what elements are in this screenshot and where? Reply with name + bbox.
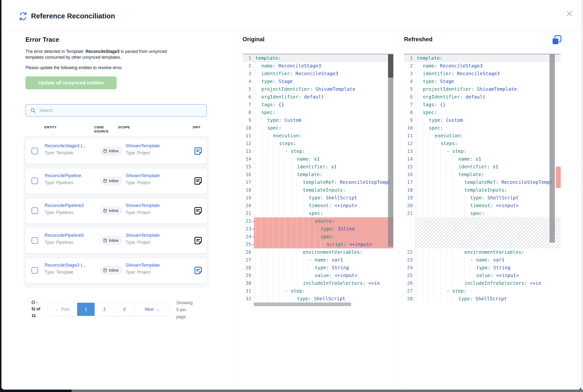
code-text: steps:: [254, 140, 393, 148]
row-checkbox[interactable]: [31, 237, 38, 244]
row-checkbox[interactable]: [31, 178, 38, 184]
page-horizontal-scrollbar[interactable]: [71, 390, 583, 392]
code-text: - name: var1: [254, 256, 393, 264]
code-text: name: ReconcileStage3: [254, 62, 393, 70]
code-text: spec:: [415, 124, 561, 132]
entity-link[interactable]: ReconcileStage3 (...: [45, 262, 86, 268]
entity-link[interactable]: ReconcilePipeline5: [45, 233, 84, 238]
arrow-left-icon: ←: [54, 307, 59, 312]
code-line: 5projectIdentifier: ShivamTemplate: [242, 86, 393, 93]
next-page-button[interactable]: Next→: [134, 303, 170, 316]
code-text: tags: {}: [415, 101, 561, 109]
inline-store-icon: [103, 268, 107, 272]
page-button-2[interactable]: 2: [95, 303, 114, 316]
code-text: templateInputs:: [254, 186, 393, 194]
column-header-entity: ENTITY: [44, 125, 56, 129]
code-text: value: <+input>: [254, 272, 393, 280]
prev-page-button[interactable]: ←Prev: [48, 303, 77, 316]
refreshed-scrollbar-track[interactable]: [550, 54, 555, 242]
line-number: 17: [404, 178, 415, 186]
entity-row: ReconcileStage3 (... Type: Template Inli…: [25, 139, 207, 164]
line-number: 7: [242, 101, 254, 109]
row-checkbox[interactable]: [31, 208, 38, 214]
copy-icon[interactable]: [552, 35, 562, 46]
code-text: environmentVariables:: [254, 248, 393, 256]
line-number: 9: [242, 116, 254, 124]
line-number: 13: [404, 148, 415, 155]
original-scrollbar-thumb[interactable]: [388, 54, 393, 78]
code-text: spec:: [415, 109, 561, 116]
code-line: 13- step:: [404, 148, 561, 155]
code-text: environmentVariables:: [415, 248, 561, 256]
line-number: 3: [404, 70, 415, 78]
entity-type-label: Type: Pipelines: [45, 210, 73, 215]
code-line: 17templateRef: ReconcileStepTempl: [242, 178, 393, 186]
code-line: 9type: Custom: [404, 116, 561, 124]
line-number: 4: [404, 78, 415, 86]
code-text: type: Stage: [415, 78, 561, 86]
code-text: type: ShellScript: [254, 295, 393, 302]
code-source-label: Inline: [109, 149, 118, 153]
line-number: 21: [404, 210, 415, 217]
code-text: - step:: [254, 148, 393, 155]
entity-link[interactable]: ReconcilePipeline: [45, 173, 81, 178]
row-checkbox[interactable]: [31, 148, 38, 154]
page-button-3[interactable]: 3: [114, 303, 134, 316]
code-line: 25value: <+input>: [404, 272, 561, 280]
row-checkbox[interactable]: [31, 267, 38, 274]
diff-document-icon[interactable]: [194, 266, 202, 275]
scope-link[interactable]: ShivamTemplate: [126, 173, 160, 178]
page-button-1-active[interactable]: 1: [77, 303, 95, 316]
code-source-badge: Inline: [100, 236, 122, 245]
original-code-editor[interactable]: 1template:2name: ReconcileStage33identif…: [242, 54, 393, 302]
line-number: 30: [242, 280, 254, 287]
line-number: 22: [242, 217, 254, 225]
line-number: 5: [404, 86, 415, 93]
original-scrollbar-track[interactable]: [388, 78, 393, 247]
showing-line: 5 per: [176, 306, 203, 314]
code-source-label: Inline: [109, 238, 118, 243]
code-line: 1template:: [242, 54, 393, 62]
scope-link[interactable]: ShivamTemplate: [126, 233, 160, 238]
search-input[interactable]: [36, 104, 207, 116]
diff-document-icon[interactable]: [194, 236, 202, 245]
code-text: type: ShellScript: [415, 295, 561, 302]
line-number: 19: [404, 194, 415, 202]
code-text: - step:: [415, 148, 561, 155]
line-number: 10: [404, 124, 415, 132]
arrow-right-icon: →: [156, 307, 160, 312]
refreshed-code-panel[interactable]: 1template:2name: ReconcileStage33identif…: [404, 54, 561, 306]
scope-link[interactable]: ShivamTemplate: [126, 262, 160, 268]
close-icon: [566, 10, 573, 17]
code-line: 9type: Custom: [242, 116, 393, 124]
line-number: 18: [242, 186, 254, 194]
reference-reconciliation-dialog: Reference Reconciliation Error Trace The…: [1, 0, 581, 390]
entity-type-label: Type: Pipelines: [45, 240, 73, 245]
code-line: 4type: Stage: [404, 78, 561, 86]
code-line: 8spec:: [404, 109, 561, 116]
entity-row: ReconcilePipeline Type: Pipelines Inline…: [25, 168, 207, 194]
scope-link[interactable]: ShivamTemplate: [126, 203, 160, 208]
code-text: tags: {}: [254, 101, 393, 109]
update-all-unsynced-entities-button[interactable]: Update all unsynced entities: [25, 76, 117, 89]
diff-document-icon[interactable]: [194, 176, 202, 185]
diff-document-icon[interactable]: [194, 206, 202, 215]
code-text: execution:: [415, 132, 561, 140]
entity-link[interactable]: ReconcileStage3 (...: [45, 143, 86, 148]
error-trace-heading: Error Trace: [25, 36, 59, 44]
close-button[interactable]: [563, 7, 576, 20]
code-line: 17templateRef: ReconcileStepTempl: [404, 178, 561, 186]
next-label: Next: [144, 307, 153, 312]
line-number: 14: [242, 155, 254, 163]
code-text: type: String: [415, 264, 561, 272]
line-number: 8: [404, 109, 415, 116]
refreshed-diff-overview-marker: [556, 167, 561, 188]
original-code-panel[interactable]: 1template:2name: ReconcileStage33identif…: [242, 54, 393, 306]
entity-row: ReconcilePipeline2 Type: Pipelines Inlin…: [25, 198, 207, 224]
diff-document-icon[interactable]: [194, 147, 202, 156]
scope-link[interactable]: ShivamTemplate: [126, 143, 160, 148]
original-horizontal-scrollbar[interactable]: [254, 302, 351, 306]
line-number: 9: [404, 116, 415, 124]
entity-link[interactable]: ReconcilePipeline2: [45, 203, 84, 208]
refreshed-code-editor[interactable]: 1template:2name: ReconcileStage33identif…: [404, 54, 561, 302]
